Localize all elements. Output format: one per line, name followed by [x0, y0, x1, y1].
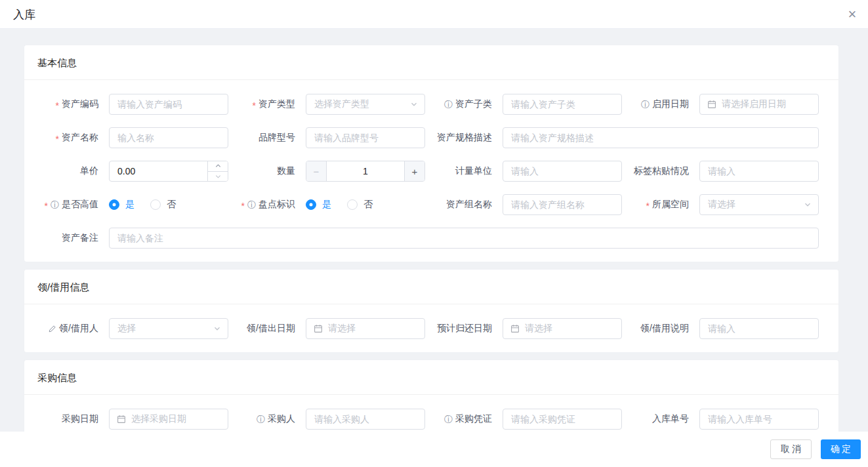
section-title: 采购信息 — [24, 360, 838, 395]
unit-input-wrap — [503, 161, 622, 182]
label-paste-input-wrap — [699, 161, 819, 182]
field-label-asset-code: * 资产编码 — [24, 98, 109, 110]
required-mark: * — [253, 101, 256, 110]
asset-subtype-input[interactable] — [503, 94, 621, 114]
purchaser-input-wrap — [306, 409, 425, 430]
calendar-icon — [510, 324, 520, 333]
asset-code-input[interactable] — [110, 94, 228, 114]
field-label-borrow-note: 领/借用说明 — [622, 323, 699, 335]
purchase-date-picker[interactable]: 选择采购日期 — [109, 409, 228, 430]
field-label-asset-group: 资产组名称 — [425, 199, 503, 211]
confirm-button[interactable]: 确定 — [821, 439, 861, 459]
borrow-note-input[interactable] — [700, 319, 818, 338]
asset-group-input[interactable] — [503, 195, 621, 214]
asset-name-input[interactable] — [110, 128, 228, 148]
asset-remark-input-wrap — [109, 228, 819, 249]
field-label-enable-date: ⓘ 启用日期 — [622, 98, 699, 110]
asset-subtype-input-wrap — [503, 94, 622, 115]
space-select[interactable]: 请选择 — [699, 194, 819, 215]
info-icon: ⓘ — [247, 201, 256, 209]
edit-icon — [48, 325, 56, 333]
field-label-borrower: 领/借用人 — [24, 323, 109, 335]
radio-option-yes[interactable]: 是 — [109, 199, 134, 211]
quantity-value[interactable]: 1 — [327, 166, 404, 176]
field-label-label-paste: 标签粘贴情况 — [622, 165, 699, 177]
unit-input[interactable] — [503, 161, 621, 181]
spin-down-button[interactable] — [208, 171, 228, 182]
form-row: * 资产名称 品牌型号 资产规格描述 — [24, 127, 838, 148]
enable-date-picker[interactable]: 请选择启用日期 — [699, 94, 819, 115]
field-label-asset-type: * 资产类型 — [228, 98, 306, 110]
radio-option-yes[interactable]: 是 — [306, 199, 331, 211]
increment-button[interactable]: + — [404, 161, 424, 181]
calendar-icon — [707, 100, 716, 109]
field-label-inbound-no: 入库单号 — [622, 413, 699, 425]
info-icon: ⓘ — [444, 100, 453, 109]
quantity-stepper: − 1 + — [306, 161, 425, 182]
form-row: 采购日期 选择采购日期 ⓘ 采购人 ⓘ 采购凭证 — [24, 409, 838, 430]
borrower-select[interactable]: 选择 — [109, 318, 228, 339]
dialog-body: 基本信息 * 资产编码 * 资产类型 选择资产类型 — [0, 29, 868, 432]
radio-option-no[interactable]: 否 — [150, 199, 176, 211]
number-spinner — [207, 161, 228, 181]
field-label-quantity: 数量 — [228, 165, 306, 177]
unit-price-number-input — [109, 161, 228, 182]
radio-circle — [306, 199, 316, 210]
radio-option-no[interactable]: 否 — [347, 199, 373, 211]
form-row: * 资产编码 * 资产类型 选择资产类型 ⓘ — [24, 94, 838, 115]
info-icon: ⓘ — [641, 100, 650, 109]
cancel-button[interactable]: 取消 — [770, 439, 812, 459]
required-mark: * — [241, 201, 245, 211]
asset-remark-input[interactable] — [110, 228, 818, 248]
radio-circle — [109, 199, 119, 210]
chevron-down-icon — [804, 201, 812, 209]
field-label-return-date: 预计归还日期 — [425, 323, 503, 335]
borrow-date-picker[interactable]: 请选择 — [306, 318, 425, 339]
high-value-radio-group: 是 否 — [109, 199, 228, 211]
field-label-high-value: * ⓘ 是否高值 — [24, 199, 109, 211]
purchase-voucher-input-wrap — [503, 409, 622, 430]
chevron-down-icon — [213, 325, 221, 333]
section-title: 基本信息 — [24, 45, 838, 80]
asset-name-input-wrap — [109, 127, 228, 148]
radio-circle — [150, 199, 161, 210]
purchaser-input[interactable] — [306, 409, 424, 429]
spin-up-button[interactable] — [208, 161, 228, 171]
brand-model-input[interactable] — [306, 128, 424, 148]
inbound-no-input[interactable] — [700, 409, 818, 429]
return-date-picker[interactable]: 请选择 — [503, 318, 622, 339]
section-basic-info: 基本信息 * 资产编码 * 资产类型 选择资产类型 — [24, 45, 839, 262]
borrow-note-input-wrap — [699, 318, 819, 339]
inbound-no-input-wrap — [699, 409, 819, 430]
info-icon: ⓘ — [51, 201, 59, 209]
field-label-purchase-date: 采购日期 — [24, 413, 109, 425]
spec-desc-input-wrap — [503, 127, 819, 148]
required-mark: * — [45, 201, 48, 211]
field-label-asset-name: * 资产名称 — [24, 132, 109, 144]
info-icon: ⓘ — [444, 415, 453, 424]
field-label-unit-price: 单价 — [24, 165, 109, 177]
dialog-header: 入库 × — [0, 0, 868, 29]
section-borrow-info: 领/借用信息 领/借用人 选择 领/借出日期 — [24, 269, 839, 353]
form-row: * ⓘ 是否高值 是 否 * ⓘ 盘点标 — [24, 194, 838, 215]
info-icon: ⓘ — [257, 415, 265, 424]
asset-group-input-wrap — [503, 194, 622, 215]
close-icon[interactable]: × — [843, 5, 861, 24]
label-paste-input[interactable] — [700, 161, 818, 181]
field-label-asset-remark: 资产备注 — [24, 232, 109, 244]
section-purchase-info: 采购信息 采购日期 选择采购日期 ⓘ 采购人 — [24, 359, 839, 432]
required-mark: * — [646, 201, 650, 211]
asset-code-input-wrap — [109, 94, 228, 115]
dialog-footer: 取消 确定 — [0, 432, 868, 467]
field-label-spec-desc: 资产规格描述 — [425, 132, 503, 144]
field-label-asset-subtype: ⓘ 资产子类 — [425, 98, 503, 110]
required-mark: * — [56, 101, 59, 110]
radio-circle — [347, 199, 358, 210]
purchase-voucher-input[interactable] — [503, 409, 621, 429]
field-label-brand-model: 品牌型号 — [228, 132, 306, 144]
form-row: 资产备注 — [24, 228, 838, 249]
chevron-down-icon — [410, 100, 418, 108]
asset-type-select[interactable]: 选择资产类型 — [306, 94, 425, 115]
spec-desc-input[interactable] — [503, 128, 818, 148]
decrement-button[interactable]: − — [306, 161, 327, 181]
